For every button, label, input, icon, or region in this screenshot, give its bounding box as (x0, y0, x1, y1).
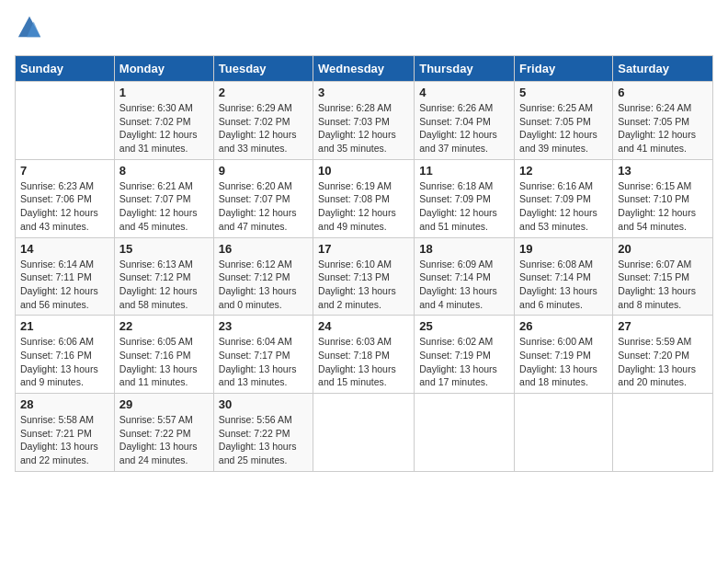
day-number: 22 (119, 319, 209, 333)
weekday-header-tuesday: Tuesday (213, 56, 313, 82)
day-info: Sunrise: 5:57 AM Sunset: 7:22 PM Dayligh… (119, 413, 209, 467)
calendar-week-row: 28Sunrise: 5:58 AM Sunset: 7:21 PM Dayli… (16, 394, 713, 472)
calendar-cell (415, 394, 515, 472)
calendar-header: SundayMondayTuesdayWednesdayThursdayFrid… (16, 56, 713, 82)
day-info: Sunrise: 5:58 AM Sunset: 7:21 PM Dayligh… (20, 413, 109, 467)
logo (15, 15, 46, 44)
day-number: 27 (618, 319, 708, 333)
day-number: 2 (219, 86, 308, 99)
calendar-cell: 5Sunrise: 6:25 AM Sunset: 7:05 PM Daylig… (515, 82, 613, 160)
calendar-body: 1Sunrise: 6:30 AM Sunset: 7:02 PM Daylig… (16, 82, 713, 472)
calendar-cell: 18Sunrise: 6:09 AM Sunset: 7:14 PM Dayli… (415, 237, 515, 316)
day-info: Sunrise: 6:08 AM Sunset: 7:14 PM Dayligh… (519, 258, 608, 312)
calendar-cell: 2Sunrise: 6:29 AM Sunset: 7:02 PM Daylig… (213, 82, 313, 160)
day-info: Sunrise: 6:05 AM Sunset: 7:16 PM Dayligh… (119, 335, 209, 389)
day-info: Sunrise: 6:30 AM Sunset: 7:02 PM Dayligh… (119, 101, 209, 155)
calendar-cell (313, 394, 415, 472)
day-number: 13 (618, 164, 708, 178)
calendar-cell: 1Sunrise: 6:30 AM Sunset: 7:02 PM Daylig… (114, 82, 213, 160)
day-info: Sunrise: 6:29 AM Sunset: 7:02 PM Dayligh… (219, 101, 308, 155)
calendar-week-row: 1Sunrise: 6:30 AM Sunset: 7:02 PM Daylig… (16, 82, 713, 160)
day-number: 8 (119, 164, 209, 178)
day-info: Sunrise: 6:09 AM Sunset: 7:14 PM Dayligh… (419, 258, 509, 312)
day-number: 7 (20, 164, 109, 178)
calendar-cell: 25Sunrise: 6:02 AM Sunset: 7:19 PM Dayli… (415, 316, 515, 394)
day-info: Sunrise: 6:19 AM Sunset: 7:08 PM Dayligh… (318, 179, 409, 234)
calendar-cell: 7Sunrise: 6:23 AM Sunset: 7:06 PM Daylig… (16, 159, 115, 237)
calendar-cell (16, 82, 115, 160)
calendar-cell: 8Sunrise: 6:21 AM Sunset: 7:07 PM Daylig… (114, 159, 213, 237)
day-info: Sunrise: 5:59 AM Sunset: 7:20 PM Dayligh… (618, 335, 708, 389)
calendar-week-row: 21Sunrise: 6:06 AM Sunset: 7:16 PM Dayli… (16, 316, 713, 394)
calendar-cell: 3Sunrise: 6:28 AM Sunset: 7:03 PM Daylig… (313, 82, 415, 160)
day-number: 28 (20, 397, 109, 411)
day-number: 29 (119, 397, 209, 411)
day-info: Sunrise: 6:26 AM Sunset: 7:04 PM Dayligh… (419, 101, 509, 155)
day-number: 9 (219, 164, 308, 178)
day-number: 16 (219, 242, 308, 256)
day-info: Sunrise: 6:16 AM Sunset: 7:09 PM Dayligh… (519, 179, 608, 234)
day-info: Sunrise: 6:10 AM Sunset: 7:13 PM Dayligh… (318, 258, 409, 312)
calendar-cell: 30Sunrise: 5:56 AM Sunset: 7:22 PM Dayli… (213, 394, 313, 472)
weekday-header-thursday: Thursday (415, 56, 515, 82)
day-info: Sunrise: 6:03 AM Sunset: 7:18 PM Dayligh… (318, 335, 409, 389)
day-number: 14 (20, 242, 109, 256)
calendar-cell: 17Sunrise: 6:10 AM Sunset: 7:13 PM Dayli… (313, 237, 415, 316)
day-info: Sunrise: 6:07 AM Sunset: 7:15 PM Dayligh… (618, 258, 708, 312)
calendar-cell: 22Sunrise: 6:05 AM Sunset: 7:16 PM Dayli… (114, 316, 213, 394)
day-info: Sunrise: 6:25 AM Sunset: 7:05 PM Dayligh… (519, 101, 608, 155)
calendar-cell: 14Sunrise: 6:14 AM Sunset: 7:11 PM Dayli… (16, 237, 115, 316)
day-number: 4 (419, 86, 509, 99)
day-number: 6 (618, 86, 708, 99)
day-info: Sunrise: 6:14 AM Sunset: 7:11 PM Dayligh… (20, 258, 109, 312)
day-info: Sunrise: 6:21 AM Sunset: 7:07 PM Dayligh… (119, 179, 209, 234)
day-number: 21 (20, 319, 109, 333)
day-info: Sunrise: 6:12 AM Sunset: 7:12 PM Dayligh… (219, 258, 308, 312)
day-number: 5 (519, 86, 608, 99)
calendar-cell: 16Sunrise: 6:12 AM Sunset: 7:12 PM Dayli… (213, 237, 313, 316)
day-number: 10 (318, 164, 409, 178)
calendar-cell: 24Sunrise: 6:03 AM Sunset: 7:18 PM Dayli… (313, 316, 415, 394)
day-info: Sunrise: 6:23 AM Sunset: 7:06 PM Dayligh… (20, 179, 109, 234)
logo-icon (17, 15, 42, 40)
day-info: Sunrise: 6:04 AM Sunset: 7:17 PM Dayligh… (219, 335, 308, 389)
calendar-cell: 21Sunrise: 6:06 AM Sunset: 7:16 PM Dayli… (16, 316, 115, 394)
day-number: 24 (318, 319, 409, 333)
calendar-cell: 12Sunrise: 6:16 AM Sunset: 7:09 PM Dayli… (515, 159, 613, 237)
day-number: 3 (318, 86, 409, 99)
day-info: Sunrise: 6:00 AM Sunset: 7:19 PM Dayligh… (519, 335, 608, 389)
page-header (15, 15, 713, 44)
day-info: Sunrise: 6:18 AM Sunset: 7:09 PM Dayligh… (419, 179, 509, 234)
weekday-header-wednesday: Wednesday (313, 56, 415, 82)
day-number: 23 (219, 319, 308, 333)
day-number: 1 (119, 86, 209, 99)
calendar-cell (613, 394, 713, 472)
day-number: 18 (419, 242, 509, 256)
calendar-cell: 15Sunrise: 6:13 AM Sunset: 7:12 PM Dayli… (114, 237, 213, 316)
day-number: 15 (119, 242, 209, 256)
calendar-cell (515, 394, 613, 472)
day-info: Sunrise: 6:24 AM Sunset: 7:05 PM Dayligh… (618, 101, 708, 155)
calendar-cell: 27Sunrise: 5:59 AM Sunset: 7:20 PM Dayli… (613, 316, 713, 394)
weekday-header-monday: Monday (114, 56, 213, 82)
day-info: Sunrise: 6:15 AM Sunset: 7:10 PM Dayligh… (618, 179, 708, 234)
day-info: Sunrise: 5:56 AM Sunset: 7:22 PM Dayligh… (219, 413, 308, 467)
weekday-header-saturday: Saturday (613, 56, 713, 82)
calendar-cell: 11Sunrise: 6:18 AM Sunset: 7:09 PM Dayli… (415, 159, 515, 237)
calendar-table: SundayMondayTuesdayWednesdayThursdayFrid… (15, 55, 713, 472)
day-number: 26 (519, 319, 608, 333)
weekday-header-friday: Friday (515, 56, 613, 82)
day-number: 30 (219, 397, 308, 411)
day-info: Sunrise: 6:20 AM Sunset: 7:07 PM Dayligh… (219, 179, 308, 234)
day-number: 17 (318, 242, 409, 256)
calendar-cell: 29Sunrise: 5:57 AM Sunset: 7:22 PM Dayli… (114, 394, 213, 472)
calendar-cell: 13Sunrise: 6:15 AM Sunset: 7:10 PM Dayli… (613, 159, 713, 237)
calendar-cell: 20Sunrise: 6:07 AM Sunset: 7:15 PM Dayli… (613, 237, 713, 316)
weekday-header-sunday: Sunday (16, 56, 115, 82)
calendar-week-row: 14Sunrise: 6:14 AM Sunset: 7:11 PM Dayli… (16, 237, 713, 316)
day-number: 25 (419, 319, 509, 333)
calendar-cell: 19Sunrise: 6:08 AM Sunset: 7:14 PM Dayli… (515, 237, 613, 316)
day-number: 11 (419, 164, 509, 178)
day-info: Sunrise: 6:06 AM Sunset: 7:16 PM Dayligh… (20, 335, 109, 389)
day-info: Sunrise: 6:02 AM Sunset: 7:19 PM Dayligh… (419, 335, 509, 389)
